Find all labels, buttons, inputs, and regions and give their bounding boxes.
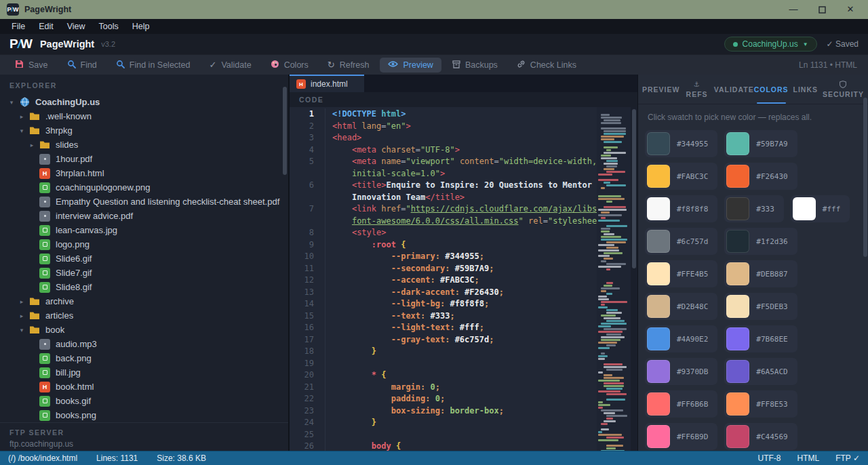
color-swatch[interactable]: #7B68EE [724,325,797,352]
tree-item[interactable]: audio.mp3 [0,337,288,351]
color-swatch[interactable]: #4A90E2 [645,325,717,352]
code-line: 9 :root { [290,239,597,251]
code-editor[interactable]: 1<!DOCTYPE html>2<html lang="en">3<head>… [290,107,597,451]
color-swatch[interactable]: #6c757d [645,228,717,255]
swatch-hex-label: #6c757d [677,237,708,246]
file-path: (/) /book/index.html [8,453,77,463]
swatch-hex-label: #fff [823,205,841,214]
find-button[interactable]: Find [59,57,105,73]
chevron-right-icon[interactable]: ▸ [17,113,26,120]
chevron-down-icon[interactable]: ▾ [7,99,16,106]
ftp-indicator[interactable]: FTP ✓ [835,453,860,463]
color-swatch[interactable]: #333 [724,195,784,222]
tree-item-label: Empathy Question and listening checklist… [56,197,279,207]
panel-scrollbar[interactable] [863,98,867,257]
chevron-right-icon[interactable]: ▸ [17,298,26,305]
color-swatch[interactable]: #DEB887 [724,260,797,287]
code-line: 23 box-sizing: border-box; [290,405,597,418]
menu-file[interactable]: File [5,20,31,33]
tree-item[interactable]: Slide6.gif [0,251,288,266]
tree-item[interactable]: Slide8.gif [0,280,288,294]
tree-item[interactable]: books.png [0,408,288,422]
preview-button[interactable]: Preview [380,58,441,73]
color-swatch[interactable]: #C44569 [724,423,797,450]
panel-tab-security[interactable]: SECURITY [823,75,864,104]
panel-tab-preview[interactable]: PREVIEW [642,75,679,104]
app-header: P/W PageWright v3.2 CoachingUp.us ▼ ✓ Sa… [0,34,868,54]
tree-item[interactable]: ▾CoachingUp.us [0,95,288,109]
tree-item[interactable]: ▾3hrpkg [0,123,288,138]
file-icon [39,154,50,165]
tree-item[interactable]: books.gif [0,394,288,408]
chevron-right-icon[interactable]: ▸ [27,142,37,148]
tree-item[interactable]: H3hrplan.html [0,166,288,180]
panel-tab-validate[interactable]: VALIDATE [714,75,754,104]
code-line: 1<!DOCTYPE html> [290,108,597,121]
encoding-indicator[interactable]: UTF-8 [757,453,781,463]
refresh-button[interactable]: ↻Refresh [319,58,378,73]
color-swatch[interactable]: #FF8E53 [724,390,797,418]
panel-tab-links[interactable]: LINKS [789,75,823,104]
color-swatch[interactable]: #6A5ACD [724,358,797,385]
tree-item[interactable]: logo.png [0,237,288,251]
backups-button[interactable]: Backups [444,58,506,73]
line-number: 5 [290,156,325,168]
line-number: 21 [290,382,325,394]
tree-item[interactable]: ▸archive [0,294,288,308]
color-swatch[interactable]: #9370DB [645,358,717,385]
color-swatch[interactable]: #F5DEB3 [724,293,797,320]
color-swatch[interactable]: #344955 [645,130,717,157]
validate-button[interactable]: ✓Validate [201,58,259,73]
color-swatch[interactable]: #59B7A9 [724,130,797,157]
language-indicator[interactable]: HTML [797,453,819,463]
minimize-icon[interactable]: — [788,4,799,15]
panel-tab-colors[interactable]: COLORS [754,75,789,104]
color-swatch[interactable]: #FF6B9D [645,423,717,450]
tree-item[interactable]: 1hour.pdf [0,152,288,166]
tree-item[interactable]: Empathy Question and listening checklist… [0,195,288,209]
tree-item[interactable]: coachinguplogonew.png [0,180,288,195]
tab-bar: H index.html [290,75,637,92]
color-swatch[interactable]: #1f2d36 [724,228,797,255]
maximize-icon[interactable] [816,6,827,14]
color-swatch[interactable]: #F26430 [724,163,797,190]
tree-item[interactable]: Slide7.gif [0,266,288,280]
color-swatch[interactable]: #fff [791,195,850,222]
app-logo: P/W [9,37,32,52]
menu-help[interactable]: Help [126,20,156,33]
color-swatch[interactable]: #FFE4B5 [645,260,717,287]
colors-button[interactable]: Colors [262,57,317,73]
tree-item[interactable]: ▾book [0,323,288,337]
check-links-button[interactable]: Check Links [509,57,585,73]
site-selector[interactable]: CoachingUp.us ▼ [724,37,817,52]
code-scrollbar[interactable] [631,107,637,451]
chevron-down-icon[interactable]: ▾ [17,127,26,134]
tree-item[interactable]: back.png [0,351,288,365]
tree-item[interactable]: interview advice.pdf [0,209,288,223]
close-icon[interactable]: ✕ [845,4,856,15]
color-swatch[interactable]: #FABC3C [645,163,717,190]
find-in-selected-button[interactable]: Find in Selected [108,57,199,73]
tree-item[interactable]: bill.jpg [0,365,288,380]
tree-item[interactable]: ▸.well-known [0,109,288,123]
tree-item[interactable]: ▸slides [0,138,288,152]
tree-item[interactable]: ▸articles [0,308,288,323]
minimap[interactable] [597,107,631,451]
tree-item[interactable]: Hbook.html [0,380,288,394]
tree-item[interactable]: lean-canvas.jpg [0,223,288,237]
color-swatch[interactable]: #f8f8f8 [645,195,717,222]
color-swatch[interactable]: #D2B48C [645,293,717,320]
color-swatch[interactable]: #FF6B6B [645,390,717,418]
save-button[interactable]: Save [7,57,56,73]
tab-index-html[interactable]: H index.html [290,75,364,92]
chevron-right-icon[interactable]: ▸ [17,312,26,319]
menu-edit[interactable]: Edit [33,20,60,33]
explorer-scrollbar[interactable] [283,87,287,175]
menu-view[interactable]: View [61,20,92,33]
panel-tab-refs[interactable]: ⚓REFS [679,75,713,104]
menu-tools[interactable]: Tools [93,20,125,33]
html-file-icon: H [296,79,306,89]
line-number: 24 [290,417,325,429]
chevron-down-icon[interactable]: ▾ [17,327,26,333]
ftp-host[interactable]: ftp.coachingup.us [9,439,288,449]
